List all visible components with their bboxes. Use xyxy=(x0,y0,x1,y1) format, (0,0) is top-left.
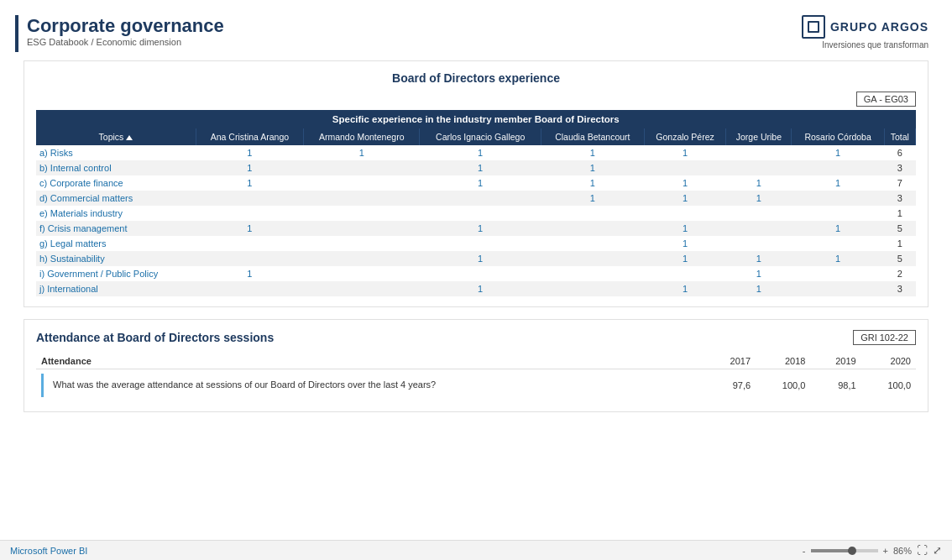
value-cell: 1 xyxy=(420,175,541,191)
att-val-2019: 98,1 xyxy=(810,369,860,402)
topic-cell: h) Sustainability xyxy=(36,251,196,266)
total-cell: 1 xyxy=(884,206,915,221)
value-cell xyxy=(541,236,644,251)
value-cell: 1 xyxy=(726,191,792,206)
page-subtitle: ESG Databook / Economic dimension xyxy=(27,37,224,47)
footer: Microsoft Power BI - + 86% ⛶ ⤢ xyxy=(0,540,952,560)
col-header-jorge: Jorge Uribe xyxy=(726,128,792,145)
value-cell xyxy=(196,236,303,251)
value-cell xyxy=(420,206,541,221)
zoom-plus-button[interactable]: + xyxy=(883,546,888,556)
board-section-title: Board of Directors experience xyxy=(36,71,916,85)
value-cell xyxy=(303,236,420,251)
col-header-topics: Topics xyxy=(36,128,196,145)
value-cell xyxy=(726,221,792,236)
value-cell: 1 xyxy=(541,191,644,206)
zoom-slider[interactable] xyxy=(811,549,878,552)
table-row: e) Materials industry1 xyxy=(36,206,916,221)
table-row: g) Legal matters11 xyxy=(36,236,916,251)
attendance-table: Attendance 2017 2018 2019 2020 What was … xyxy=(36,353,916,401)
value-cell xyxy=(420,191,541,206)
power-bi-link[interactable]: Microsoft Power BI xyxy=(10,546,87,556)
value-cell: 1 xyxy=(792,175,884,191)
value-cell: 1 xyxy=(726,251,792,266)
value-cell xyxy=(303,191,420,206)
attendance-title: Attendance at Board of Directors session… xyxy=(36,331,274,344)
value-cell: 1 xyxy=(541,160,644,175)
value-cell: 1 xyxy=(196,175,303,191)
zoom-minus-button[interactable]: - xyxy=(803,546,806,556)
topic-cell: c) Corporate finance xyxy=(36,175,196,191)
fullscreen-icon[interactable]: ⛶ xyxy=(917,544,928,557)
value-cell: 1 xyxy=(196,145,303,160)
att-col-2018: 2018 xyxy=(756,353,810,369)
value-cell xyxy=(303,175,420,191)
col-header-ana: Ana Cristina Arango xyxy=(196,128,303,145)
value-cell: 1 xyxy=(644,251,726,266)
value-cell: 1 xyxy=(420,251,541,266)
zoom-level: 86% xyxy=(893,546,912,556)
value-cell xyxy=(792,266,884,281)
value-cell xyxy=(726,206,792,221)
value-cell: 1 xyxy=(644,145,726,160)
table-row: j) International1113 xyxy=(36,281,916,296)
table-row: a) Risks1111116 xyxy=(36,145,916,160)
col-header-rosario: Rosario Córdoba xyxy=(792,128,884,145)
value-cell: 1 xyxy=(644,221,726,236)
value-cell xyxy=(303,251,420,266)
ga-eg03-badge: GA - EG03 xyxy=(856,92,916,107)
value-cell xyxy=(303,281,420,296)
col-header-claudia: Claudia Betancourt xyxy=(541,128,644,145)
topic-cell: j) International xyxy=(36,281,196,296)
value-cell: 1 xyxy=(196,221,303,236)
sort-arrow-icon[interactable] xyxy=(126,135,133,140)
value-cell: 1 xyxy=(644,191,726,206)
value-cell xyxy=(303,160,420,175)
value-cell: 1 xyxy=(644,175,726,191)
total-cell: 3 xyxy=(884,160,915,175)
value-cell xyxy=(541,221,644,236)
topic-cell: b) Internal control xyxy=(36,160,196,175)
logo-area: GRUPO ARGOS Inversiones que transforman xyxy=(802,15,928,50)
attendance-section: Attendance at Board of Directors session… xyxy=(24,319,928,412)
value-cell xyxy=(792,160,884,175)
value-cell: 1 xyxy=(541,145,644,160)
value-cell xyxy=(196,281,303,296)
badge-row: GA - EG03 xyxy=(36,92,916,107)
col-header-total: Total xyxy=(884,128,915,145)
board-experience-section: Board of Directors experience GA - EG03 … xyxy=(24,60,928,307)
value-cell xyxy=(541,206,644,221)
table-main-header: Specific experience in the industry memb… xyxy=(36,110,916,128)
content-area: Board of Directors experience GA - EG03 … xyxy=(0,60,952,540)
total-cell: 5 xyxy=(884,221,915,236)
value-cell: 1 xyxy=(792,145,884,160)
att-val-2018: 100,0 xyxy=(756,369,810,402)
total-cell: 2 xyxy=(884,266,915,281)
value-cell xyxy=(792,206,884,221)
value-cell: 1 xyxy=(196,266,303,281)
attendance-row: What was the average attendance at sessi… xyxy=(36,369,916,402)
page-title: Corporate governance xyxy=(27,15,224,37)
value-cell: 1 xyxy=(792,221,884,236)
topic-cell: i) Government / Public Policy xyxy=(36,266,196,281)
zoom-thumb xyxy=(848,547,856,555)
value-cell xyxy=(303,221,420,236)
main-container: Corporate governance ESG Databook / Econ… xyxy=(0,0,952,560)
att-row-label: What was the average attendance at sessi… xyxy=(36,369,705,402)
topic-cell: d) Commercial matters xyxy=(36,191,196,206)
table-row: h) Sustainability11115 xyxy=(36,251,916,266)
total-cell: 5 xyxy=(884,251,915,266)
total-cell: 7 xyxy=(884,175,915,191)
att-col-2020: 2020 xyxy=(861,353,916,369)
value-cell: 1 xyxy=(303,145,420,160)
value-cell: 1 xyxy=(420,145,541,160)
value-cell: 1 xyxy=(644,281,726,296)
header: Corporate governance ESG Databook / Econ… xyxy=(0,0,952,60)
topic-cell: f) Crisis management xyxy=(36,221,196,236)
expand-icon[interactable]: ⤢ xyxy=(933,544,942,557)
value-cell xyxy=(792,236,884,251)
value-cell xyxy=(644,206,726,221)
blue-divider-icon xyxy=(41,374,44,397)
att-col-2019: 2019 xyxy=(810,353,860,369)
topic-cell: a) Risks xyxy=(36,145,196,160)
